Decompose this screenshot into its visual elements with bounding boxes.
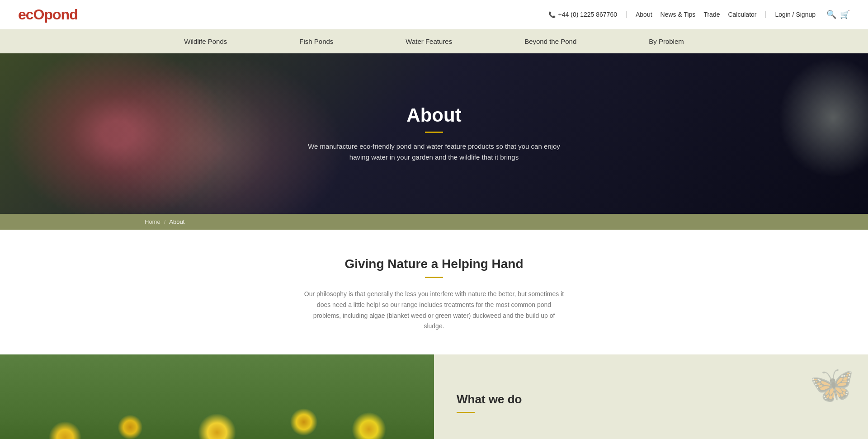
nav-wildlife-ponds[interactable]: Wildlife Ponds — [148, 29, 263, 53]
hero-content: About We manufacture eco-friendly pond a… — [298, 95, 570, 172]
site-header: ecOpond 📞 +44 (0) 1225 867760 About News… — [0, 0, 868, 29]
flower-overlay — [0, 354, 434, 439]
giving-body: Our philosophy is that generally the les… — [303, 289, 565, 332]
hero-title: About — [307, 104, 561, 126]
giving-title: Giving Nature a Helping Hand — [271, 257, 597, 271]
phone-icon: 📞 — [548, 11, 556, 18]
dragonfly-icon: 🦋 — [809, 363, 854, 406]
what-we-do-divider — [457, 412, 475, 413]
hero-lily-right — [694, 53, 868, 214]
breadcrumb-home[interactable]: Home — [145, 218, 160, 225]
cart-icon: 🛒 — [840, 10, 850, 19]
logo-text: ecOpond — [18, 6, 78, 23]
giving-divider — [425, 277, 443, 278]
hero-subtitle: We manufacture eco-friendly pond and wat… — [307, 141, 561, 163]
login-signup-link[interactable]: Login / Signup — [775, 11, 816, 18]
what-we-do-panel: 🦋 What we do — [434, 354, 868, 439]
nav-beyond-pond[interactable]: Beyond the Pond — [488, 29, 613, 53]
nav-trade[interactable]: Trade — [703, 11, 720, 18]
main-navigation: Wildlife Ponds Fish Ponds Water Features… — [0, 29, 868, 53]
giving-nature-section: Giving Nature a Helping Hand Our philoso… — [0, 230, 868, 354]
what-we-do-title: What we do — [457, 392, 845, 406]
nav-by-problem[interactable]: By Problem — [613, 29, 720, 53]
nav-water-features[interactable]: Water Features — [369, 29, 488, 53]
breadcrumb: Home / About — [0, 214, 868, 230]
nav-news-tips[interactable]: News & Tips — [660, 11, 696, 18]
cart-button[interactable]: 🛒 — [840, 9, 850, 19]
bottom-left-image — [0, 354, 434, 439]
breadcrumb-current: About — [169, 218, 184, 225]
nav-calculator[interactable]: Calculator — [728, 11, 756, 18]
nav-fish-ponds[interactable]: Fish Ponds — [263, 29, 369, 53]
hero-section: About We manufacture eco-friendly pond a… — [0, 53, 868, 214]
breadcrumb-separator: / — [164, 218, 166, 225]
site-logo[interactable]: ecOpond — [18, 6, 78, 23]
phone-area: 📞 +44 (0) 1225 867760 — [548, 11, 627, 18]
bottom-section: 🦋 What we do — [0, 354, 868, 439]
hero-divider — [425, 132, 443, 133]
header-right: 📞 +44 (0) 1225 867760 About News & Tips … — [548, 9, 850, 19]
top-nav: About News & Tips Trade Calculator — [636, 11, 766, 18]
search-button[interactable]: 🔍 — [826, 9, 836, 19]
phone-number: +44 (0) 1225 867760 — [558, 11, 617, 18]
search-icon: 🔍 — [826, 10, 836, 19]
nav-about[interactable]: About — [636, 11, 652, 18]
